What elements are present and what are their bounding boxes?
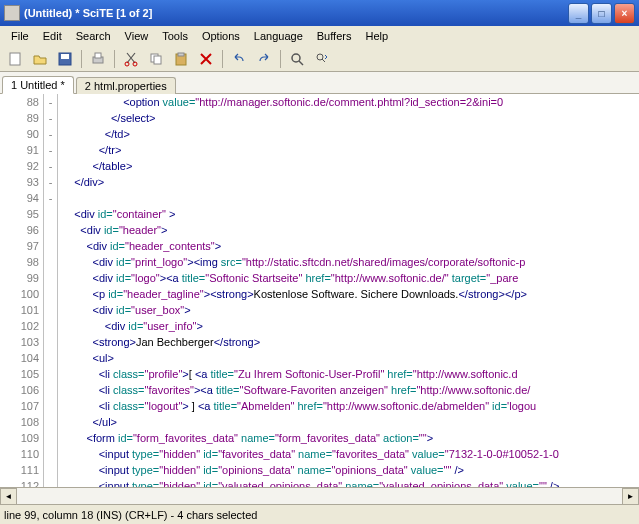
maximize-button[interactable]: □ <box>591 3 612 24</box>
code-line[interactable]: </table> <box>62 158 639 174</box>
save-button[interactable] <box>54 48 76 70</box>
code-line[interactable]: <input type="hidden" id="favorites_data"… <box>62 446 639 462</box>
delete-button[interactable] <box>195 48 217 70</box>
menu-file[interactable]: File <box>4 28 36 44</box>
code-line[interactable]: <div id="user_info"> <box>62 318 639 334</box>
minimize-button[interactable]: _ <box>568 3 589 24</box>
svg-rect-2 <box>61 54 69 59</box>
code-line[interactable]: </tr> <box>62 142 639 158</box>
tab[interactable]: 1 Untitled * <box>2 76 74 94</box>
code-line[interactable]: <input type="hidden" id="opinions_data" … <box>62 462 639 478</box>
undo-button[interactable] <box>228 48 250 70</box>
replace-button[interactable] <box>311 48 333 70</box>
copy-button[interactable] <box>145 48 167 70</box>
svg-rect-4 <box>95 53 101 58</box>
code-line[interactable]: <div id="user_box"> <box>62 302 639 318</box>
menu-help[interactable]: Help <box>358 28 395 44</box>
menu-tools[interactable]: Tools <box>155 28 195 44</box>
code-line[interactable]: <input type="hidden" id="valuated_opinio… <box>62 478 639 487</box>
code-line[interactable]: </select> <box>62 110 639 126</box>
code-line[interactable]: <p id="header_tagline"><strong>Kostenlos… <box>62 286 639 302</box>
tab[interactable]: 2 html.properties <box>76 77 176 94</box>
scroll-right-button[interactable]: ► <box>622 488 639 505</box>
code-line[interactable]: <option value="http://manager.softonic.d… <box>62 94 639 110</box>
code-line[interactable]: <strong>Jan Bechberger</strong> <box>62 334 639 350</box>
cut-button[interactable] <box>120 48 142 70</box>
code-line[interactable]: <div id="header"> <box>62 222 639 238</box>
menu-buffers[interactable]: Buffers <box>310 28 359 44</box>
tab-bar: 1 Untitled *2 html.properties <box>0 72 639 94</box>
code-line[interactable]: <li class="favorites"><a title="Software… <box>62 382 639 398</box>
menu-view[interactable]: View <box>118 28 156 44</box>
code-line[interactable]: <div id="container" > <box>62 206 639 222</box>
code-line[interactable]: <li class="logout"> ] <a title="Abmelden… <box>62 398 639 414</box>
toolbar-sep <box>280 50 281 68</box>
editor-area[interactable]: 8889909192939495969798991001011021031041… <box>0 94 639 487</box>
menu-options[interactable]: Options <box>195 28 247 44</box>
find-button[interactable] <box>286 48 308 70</box>
menu-language[interactable]: Language <box>247 28 310 44</box>
toolbar-sep <box>222 50 223 68</box>
status-text: line 99, column 18 (INS) (CR+LF) - 4 cha… <box>4 509 257 521</box>
print-button[interactable] <box>87 48 109 70</box>
titlebar[interactable]: (Untitled) * SciTE [1 of 2] _ □ × <box>0 0 639 26</box>
svg-rect-0 <box>10 53 20 65</box>
new-button[interactable] <box>4 48 26 70</box>
code-line[interactable]: <div id="header_contents"> <box>62 238 639 254</box>
code-line[interactable]: <ul> <box>62 350 639 366</box>
svg-point-11 <box>292 54 300 62</box>
code-line[interactable]: <div id="logo"><a title="Softonic Starts… <box>62 270 639 286</box>
fold-margin[interactable]: ------- <box>44 94 58 487</box>
svg-rect-10 <box>178 53 184 56</box>
code-line[interactable]: </ul> <box>62 414 639 430</box>
code-line[interactable]: <form id="form_favorites_data" name="for… <box>62 430 639 446</box>
redo-button[interactable] <box>253 48 275 70</box>
svg-rect-8 <box>154 56 161 64</box>
horizontal-scrollbar[interactable]: ◄ ► <box>0 487 639 504</box>
toolbar-sep <box>114 50 115 68</box>
code-line[interactable]: </div> <box>62 174 639 190</box>
menubar: FileEditSearchViewToolsOptionsLanguageBu… <box>0 26 639 46</box>
line-numbers: 8889909192939495969798991001011021031041… <box>0 94 44 487</box>
code-line[interactable]: <li class="profile">[ <a title="Zu Ihrem… <box>62 366 639 382</box>
toolbar <box>0 46 639 72</box>
statusbar: line 99, column 18 (INS) (CR+LF) - 4 cha… <box>0 504 639 524</box>
code-line[interactable]: </td> <box>62 126 639 142</box>
code-content[interactable]: <option value="http://manager.softonic.d… <box>58 94 639 487</box>
open-button[interactable] <box>29 48 51 70</box>
code-line[interactable]: <div id="print_logo"><img src="http://st… <box>62 254 639 270</box>
window-title: (Untitled) * SciTE [1 of 2] <box>24 7 568 19</box>
code-line[interactable] <box>62 190 639 206</box>
app-icon <box>4 5 20 21</box>
toolbar-sep <box>81 50 82 68</box>
close-button[interactable]: × <box>614 3 635 24</box>
scroll-left-button[interactable]: ◄ <box>0 488 17 505</box>
menu-search[interactable]: Search <box>69 28 118 44</box>
paste-button[interactable] <box>170 48 192 70</box>
scroll-track[interactable] <box>17 488 622 505</box>
menu-edit[interactable]: Edit <box>36 28 69 44</box>
